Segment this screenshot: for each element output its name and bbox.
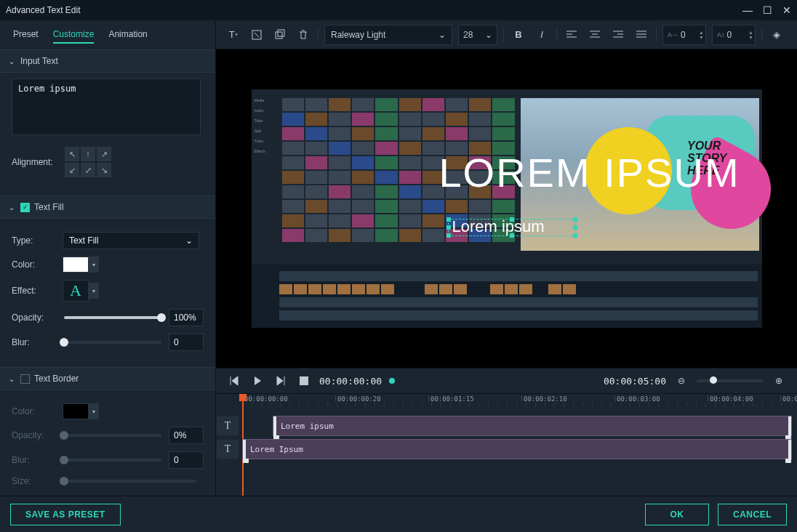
step-back-icon[interactable] <box>226 373 242 389</box>
font-value: Raleway Light <box>331 30 385 40</box>
preview-canvas[interactable]: MediaAudioTitlesSplitTransEffects <box>252 89 762 328</box>
align-top[interactable]: ↑ <box>81 147 95 161</box>
chevron-down-icon: ⌄ <box>9 203 16 211</box>
preview-title-text[interactable]: LOREM IPSUM <box>416 149 764 196</box>
duplicate-icon[interactable] <box>271 26 289 44</box>
border-color-swatch[interactable] <box>63 403 89 419</box>
align-left[interactable]: ↙ <box>65 163 79 177</box>
blur-slider[interactable] <box>64 341 161 344</box>
opacity-value[interactable]: 100% <box>169 309 204 326</box>
type-select[interactable]: Text Fill ⌄ <box>63 232 199 249</box>
current-timecode: 00:00:00:00 <box>319 376 382 387</box>
chevron-down-icon: ⌄ <box>485 30 492 40</box>
ruler-tick: 00:00:00:20 <box>335 395 381 401</box>
timeline-ruler[interactable]: 00:00:00:00 00:00:00:20 00:00:01:15 00:0… <box>242 394 797 411</box>
border-blur-value[interactable]: 0 <box>169 451 204 469</box>
text-fill-checkbox[interactable]: ✓ <box>20 203 30 212</box>
border-opacity-slider[interactable] <box>64 434 161 437</box>
color-label: Color: <box>12 259 63 270</box>
clip-1[interactable]: Lorem ipsum <box>273 416 792 436</box>
alignment-label: Alignment: <box>12 157 63 167</box>
align-left-icon[interactable] <box>563 26 580 44</box>
stop-icon[interactable] <box>296 373 312 389</box>
align-top-left[interactable]: ↖ <box>65 147 79 161</box>
border-opacity-value[interactable]: 0% <box>169 427 204 444</box>
section-text-border-header[interactable]: ⌄ Text Border <box>0 367 215 390</box>
preview-area: MediaAudioTitlesSplitTransEffects <box>216 49 797 368</box>
leading-icon: A↕ <box>717 31 725 39</box>
alignment-grid: ↖ ↑ ↗ ↙ ⤢ ↘ <box>63 145 113 180</box>
text-border-checkbox[interactable] <box>20 374 30 384</box>
section-text-fill-header[interactable]: ⌄ ✓ Text Fill <box>0 196 215 219</box>
fill-color-swatch[interactable] <box>63 257 89 273</box>
clip-1-label: Lorem ipsum <box>281 422 334 431</box>
font-size-select[interactable]: 28 ⌄ <box>458 25 497 45</box>
clip-2[interactable]: Lorem Ipsum <box>242 439 792 459</box>
section-text-border-title: Text Border <box>34 374 79 384</box>
section-input-text-header[interactable]: ⌄ Input Text <box>0 49 215 73</box>
chevron-down-icon: ⌄ <box>9 375 16 383</box>
workarea: T+ Raleway Light ⌄ 28 ⌄ B I A↔ <box>215 20 797 496</box>
add-text-icon[interactable]: T+ <box>225 26 242 44</box>
zoom-timecode: 00:00:05:00 <box>604 376 666 387</box>
clip-handle-left[interactable] <box>273 416 276 435</box>
svg-rect-1 <box>276 32 282 39</box>
align-center-icon[interactable] <box>586 26 604 44</box>
border-opacity-label: Opacity: <box>12 430 57 440</box>
tracking-value: 0 <box>681 30 686 40</box>
align-justify-icon[interactable] <box>633 26 650 44</box>
align-right[interactable]: ↘ <box>97 163 111 177</box>
ruler-tick: 00:00:04 <box>780 395 797 401</box>
tab-customize[interactable]: Customize <box>53 29 95 44</box>
selection-box[interactable] <box>448 219 576 236</box>
minimize-icon[interactable]: — <box>742 4 753 16</box>
clip-handle-right[interactable] <box>788 440 791 459</box>
edit-text-icon[interactable] <box>248 26 265 44</box>
sidebar-tabs: Preset Customize Animation <box>0 20 215 49</box>
close-icon[interactable]: ✕ <box>782 4 791 16</box>
marker-dot-icon[interactable] <box>389 378 395 384</box>
zoom-out-icon[interactable]: ⊖ <box>673 373 689 389</box>
ok-button[interactable]: OK <box>645 504 709 525</box>
track-header-2[interactable]: T <box>216 439 239 459</box>
tab-animation[interactable]: Animation <box>108 29 147 44</box>
maximize-icon[interactable]: ☐ <box>763 4 772 16</box>
save-preset-button[interactable]: SAVE AS PRESET <box>10 504 121 525</box>
bold-icon[interactable]: B <box>510 26 527 44</box>
border-size-label: Size: <box>12 476 57 486</box>
play-icon[interactable] <box>249 373 265 389</box>
trash-icon[interactable] <box>295 26 312 44</box>
clip-handle-left[interactable] <box>243 440 246 459</box>
border-color-dropdown[interactable]: ▾ <box>89 403 99 419</box>
align-right-icon[interactable] <box>609 26 627 44</box>
cancel-button[interactable]: CANCEL <box>718 504 787 525</box>
opacity-slider[interactable] <box>64 316 161 319</box>
border-size-slider[interactable] <box>64 480 196 483</box>
ruler-tick: 00:00:01:15 <box>428 395 474 401</box>
italic-icon[interactable]: I <box>533 26 550 44</box>
clip-handle-right[interactable] <box>788 416 791 435</box>
effect-swatch[interactable]: A <box>63 280 89 302</box>
align-center[interactable]: ⤢ <box>81 163 95 177</box>
step-forward-icon[interactable] <box>273 373 289 389</box>
zoom-slider[interactable] <box>697 379 764 382</box>
section-text-fill-title: Text Fill <box>34 202 64 212</box>
font-select[interactable]: Raleway Light ⌄ <box>324 25 452 45</box>
svg-rect-3 <box>300 376 308 385</box>
input-text-field[interactable] <box>12 78 201 135</box>
blur-value[interactable]: 0 <box>169 334 204 351</box>
fill-color-dropdown[interactable]: ▾ <box>89 257 99 273</box>
font-size-value: 28 <box>463 30 473 40</box>
opacity-label: Opacity: <box>12 313 57 323</box>
titlebar: Advanced Text Edit — ☐ ✕ <box>0 0 797 20</box>
effect-dropdown[interactable]: ▾ <box>89 283 99 299</box>
leading-input[interactable]: A↕ 0 ▲▼ <box>712 25 756 45</box>
border-color-label: Color: <box>12 406 63 416</box>
diamond-icon[interactable]: ◈ <box>768 26 785 44</box>
tab-preset[interactable]: Preset <box>13 29 39 44</box>
tracking-input[interactable]: A↔ 0 ▲▼ <box>662 25 706 45</box>
align-top-right[interactable]: ↗ <box>97 147 111 161</box>
border-blur-slider[interactable] <box>64 459 161 462</box>
zoom-in-icon[interactable]: ⊕ <box>771 373 787 389</box>
track-header-1[interactable]: T <box>216 416 239 436</box>
